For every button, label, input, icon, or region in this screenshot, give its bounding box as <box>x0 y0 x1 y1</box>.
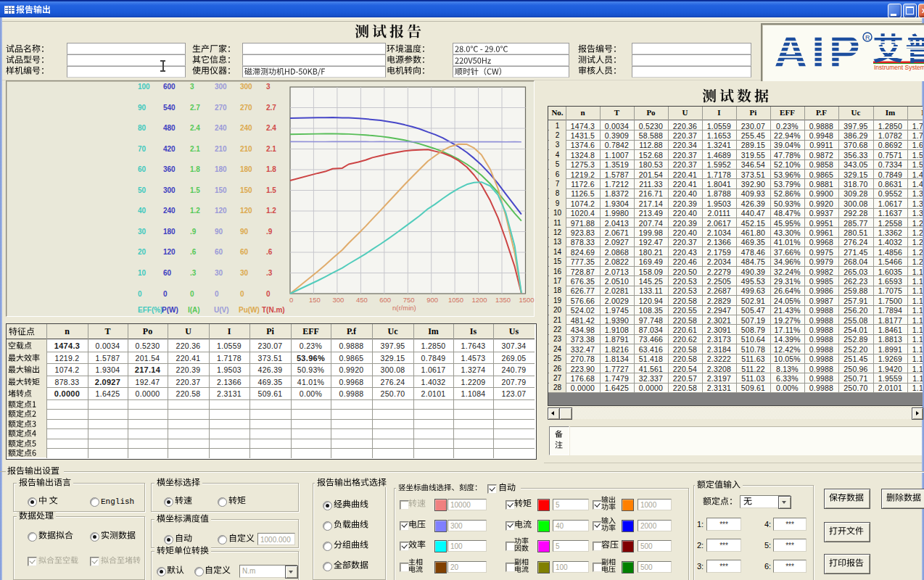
svg-text:Instrument System: Instrument System <box>874 64 924 71</box>
svg-text:R: R <box>865 34 870 41</box>
